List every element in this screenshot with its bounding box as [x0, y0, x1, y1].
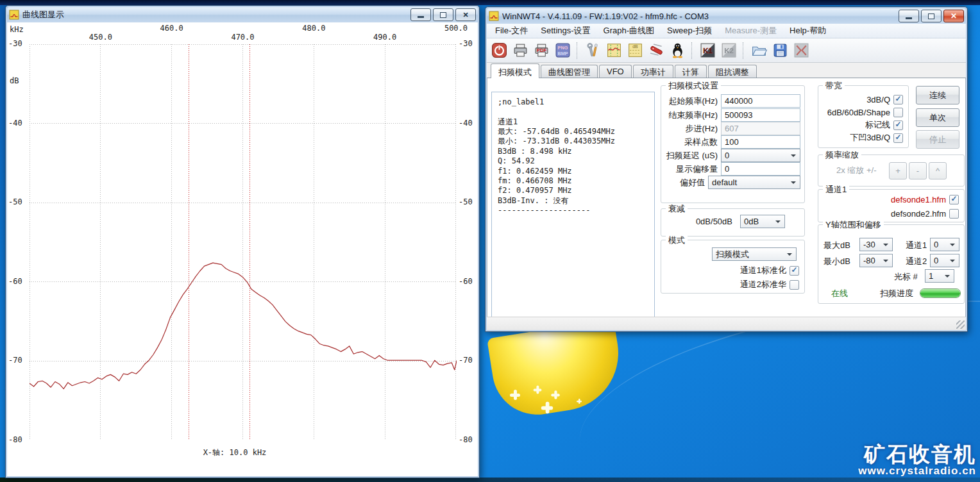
- preference-select[interactable]: default: [708, 176, 800, 189]
- group-title: 频率缩放: [823, 149, 861, 161]
- tab-计算[interactable]: 计算: [675, 65, 707, 78]
- close-button[interactable]: ✕: [943, 10, 964, 22]
- x-tick-label: 470.0: [230, 33, 255, 42]
- bandwidth-group: 带宽 3dB/Q6dB/60dB/Shape标记线下凹3dB/Q: [818, 85, 909, 148]
- graph-settings-icon[interactable]: [604, 42, 623, 60]
- checkbox[interactable]: [893, 108, 903, 117]
- group-title: 衰减: [666, 203, 688, 215]
- db-scale-icon[interactable]: dB: [625, 42, 645, 60]
- measurement-info-panel: ;no_label1 通道1 最大: -57.64dB 0.465494MHz …: [491, 92, 655, 319]
- chart-canvas: [30, 44, 457, 440]
- tab-功率计[interactable]: 功率计: [633, 65, 673, 78]
- continuous-button[interactable]: 连续: [916, 86, 959, 104]
- field-input[interactable]: 500093: [721, 108, 800, 122]
- menu-item-measure: Measure-测量: [719, 24, 782, 38]
- field-label: 步进(Hz): [665, 123, 718, 135]
- checkbox[interactable]: [790, 280, 799, 290]
- export-image-icon[interactable]: PNGBMP: [553, 42, 572, 60]
- tab-VFO[interactable]: VFO: [599, 65, 632, 78]
- sweep-row: 步进(Hz)607: [665, 122, 800, 135]
- x-axis-unit-label: kHz: [10, 25, 24, 34]
- menu-item-settings[interactable]: Settings-设置: [535, 24, 596, 38]
- single-button[interactable]: 单次: [916, 108, 959, 127]
- field-input[interactable]: 440000: [721, 94, 800, 108]
- minimize-button[interactable]: [410, 8, 431, 21]
- x-tick-label: 490.0: [372, 33, 398, 42]
- plot-window-titlebar[interactable]: 曲线图显示 ✕: [7, 7, 478, 22]
- x-tick-label: 450.0: [88, 33, 114, 42]
- print-icon[interactable]: [511, 42, 530, 60]
- sweep-row: 显示偏移量0: [665, 162, 800, 176]
- open-file-icon[interactable]: [749, 42, 768, 60]
- y-tick-label: -70: [459, 356, 477, 365]
- app-icon: [9, 10, 19, 20]
- toolbar-separator: [691, 42, 693, 59]
- toolbar-separator: [577, 42, 579, 59]
- toolbar-separator: [743, 42, 745, 59]
- checkbox[interactable]: [893, 95, 903, 104]
- cursor-label: 光标 #: [894, 271, 918, 283]
- sweep-row: 起始频率(Hz)440000: [665, 94, 800, 108]
- max-db-select[interactable]: -30: [859, 238, 893, 251]
- wallpaper-flower: [534, 386, 542, 394]
- field-input[interactable]: 100: [721, 135, 800, 149]
- wallpaper-flower: [541, 402, 553, 413]
- y-axis-unit-label: dB: [10, 76, 19, 85]
- settings-tools-icon[interactable]: [583, 42, 602, 60]
- checkbox[interactable]: [893, 133, 903, 143]
- bandwidth-check-row: 3dB/Q: [866, 94, 903, 105]
- tab-阻抗调整[interactable]: 阻抗调整: [708, 65, 757, 78]
- checkbox[interactable]: [790, 266, 799, 276]
- checkbox[interactable]: [949, 209, 959, 219]
- watermark: 矿石收音机 www.crystalradio.cn: [858, 444, 976, 477]
- channel1-offset-select[interactable]: 0: [930, 238, 959, 251]
- field-value: default: [712, 178, 737, 187]
- zoom-in-button: +: [889, 162, 907, 179]
- svg-text:BMP: BMP: [557, 51, 568, 56]
- checkbox-label: 标记线: [865, 119, 890, 131]
- menu-item-sweep[interactable]: Sweep-扫频: [661, 24, 718, 38]
- sweep-delay-select[interactable]: 0: [721, 149, 800, 162]
- resize-grip[interactable]: [956, 320, 965, 329]
- tab-曲线图管理[interactable]: 曲线图管理: [541, 65, 598, 78]
- channel2-offset-select[interactable]: 0: [930, 254, 959, 267]
- y-tick-label: -50: [8, 197, 26, 206]
- svg-text:dB: dB: [632, 44, 638, 49]
- power-icon[interactable]: [489, 42, 509, 60]
- menu-item-graph[interactable]: Graph-曲线图: [598, 24, 660, 38]
- attenuation-select[interactable]: 0dB: [740, 215, 785, 228]
- sweep-mode-panel: ;no_label1 通道1 最大: -57.64dB 0.465494MHz …: [487, 78, 966, 317]
- field-input[interactable]: 0: [721, 162, 800, 176]
- close-button[interactable]: ✕: [455, 8, 476, 21]
- channel2-offset-label: 通道2: [906, 256, 927, 267]
- checkbox[interactable]: [949, 195, 959, 204]
- field-input: 607: [721, 122, 800, 135]
- yaxis-range-group: Y轴范围和偏移 最大dB -30 通道1 0 最小dB -80 通道2 0 光标…: [818, 224, 965, 304]
- checkbox[interactable]: [893, 120, 903, 130]
- channel1-offset-label: 通道1: [906, 240, 927, 251]
- bandwidth-check-row: 标记线: [865, 119, 903, 131]
- cursor-select[interactable]: 1: [925, 269, 954, 283]
- print-pdf-icon[interactable]: PDF: [532, 42, 551, 60]
- sweep-progress-bar: [920, 288, 961, 298]
- field-label: 采样点数: [665, 137, 718, 148]
- mode-select[interactable]: 扫频模式: [712, 247, 797, 261]
- group-title: 模式: [666, 235, 688, 246]
- sweep-row: 结束频率(Hz)500093: [665, 108, 800, 122]
- save-file-icon[interactable]: [770, 42, 790, 60]
- restore-button[interactable]: [433, 8, 453, 21]
- svg-text:K1: K1: [703, 47, 713, 54]
- restore-button[interactable]: [921, 10, 942, 22]
- app-icon: [489, 11, 499, 21]
- main-window-titlebar[interactable]: WinNWT4 - V.4.11.09 - FW:1.19:V02 - hfm9…: [487, 8, 966, 24]
- tab-扫频模式[interactable]: 扫频模式: [491, 63, 539, 78]
- bandwidth-check-row: 6dB/60dB/Shape: [827, 106, 903, 118]
- minimize-button[interactable]: [899, 10, 919, 22]
- tux-penguin-icon[interactable]: [668, 42, 687, 60]
- swiss-knife-icon[interactable]: [646, 42, 666, 60]
- k1-calibration-icon[interactable]: K1: [698, 42, 717, 60]
- menu-item-help[interactable]: Help-帮助: [784, 24, 832, 38]
- menu-item-file[interactable]: File-文件: [489, 24, 534, 38]
- tab-bar: 扫频模式曲线图管理VFO功率计计算阻抗调整: [487, 63, 966, 78]
- min-db-select[interactable]: -80: [859, 254, 893, 267]
